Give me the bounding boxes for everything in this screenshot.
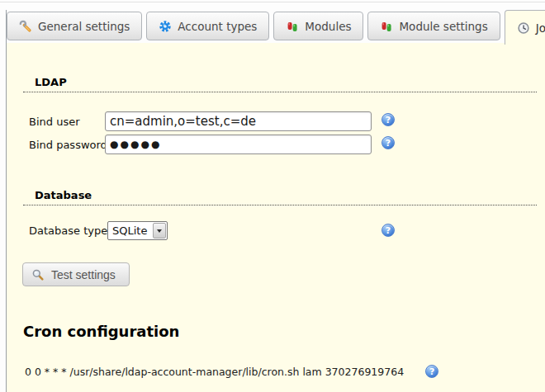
database-type-label: Database type: [29, 224, 107, 238]
database-section-heading: Database: [23, 190, 537, 205]
button-label: Test settings: [51, 268, 116, 281]
tab-label: Module settings: [399, 20, 487, 33]
help-glyph: ?: [386, 225, 391, 236]
cron-help-icon[interactable]: ?: [425, 365, 438, 378]
bind-user-input[interactable]: [105, 111, 372, 131]
gear-icon: [159, 20, 172, 33]
tab-label: General settings: [38, 20, 130, 33]
jobs-tab-panel: LDAP Bind user ? Bind password ? Databas…: [7, 43, 545, 392]
ldap-section-heading: LDAP: [23, 77, 537, 92]
help-glyph: ?: [429, 366, 434, 377]
bind-password-help-icon[interactable]: ?: [382, 136, 395, 149]
tab-jobs[interactable]: Jobs: [505, 10, 545, 45]
database-type-select[interactable]: SQLite: [107, 221, 168, 240]
help-glyph: ?: [386, 138, 391, 149]
bind-password-input[interactable]: [105, 135, 372, 154]
tab-label: Modules: [305, 20, 351, 33]
bind-user-label: Bind user: [29, 116, 80, 129]
top-divider: [0, 2, 545, 2]
cron-entry-text: 0 0 * * * /usr/share/ldap-account-manage…: [25, 366, 404, 378]
modules-icon: [286, 20, 299, 33]
clock-icon: [517, 21, 530, 35]
module-settings-icon: [380, 20, 393, 33]
tab-label: Account types: [178, 20, 257, 33]
chevron-down-icon: [157, 229, 162, 233]
wrench-icon: [19, 20, 32, 33]
settings-tab-bar: General settings Account types Modules: [7, 12, 545, 45]
bind-user-help-icon[interactable]: ?: [382, 113, 395, 126]
tab-general-settings[interactable]: General settings: [7, 12, 142, 40]
select-dropdown-button[interactable]: [153, 223, 166, 239]
cron-entry-row: 0 0 * * * /usr/share/ldap-account-manage…: [25, 365, 438, 378]
database-type-help-icon[interactable]: ?: [382, 224, 395, 237]
tab-module-settings[interactable]: Module settings: [367, 12, 500, 40]
test-settings-button[interactable]: Test settings: [22, 262, 130, 286]
cron-configuration-heading: Cron configuration: [23, 323, 179, 340]
database-type-selected-value: SQLite: [108, 224, 152, 237]
magnifier-icon: [31, 268, 45, 281]
tab-modules[interactable]: Modules: [273, 12, 363, 40]
bind-password-label: Bind password: [29, 139, 107, 152]
tab-account-types[interactable]: Account types: [146, 12, 269, 40]
help-glyph: ?: [386, 115, 391, 125]
tab-label: Jobs: [536, 21, 545, 35]
